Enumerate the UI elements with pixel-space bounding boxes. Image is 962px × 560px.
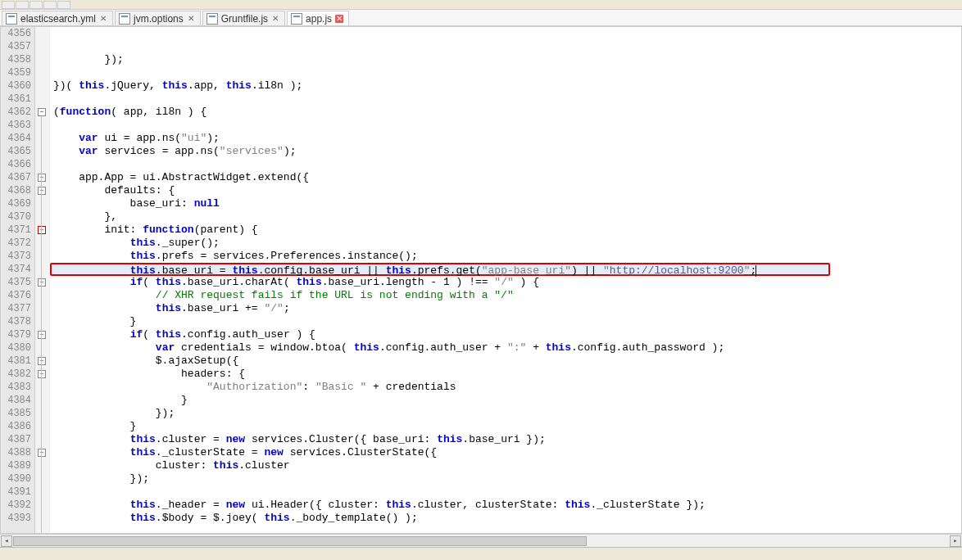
line-number: 4357 bbox=[1, 40, 31, 53]
line-number: 4360 bbox=[1, 79, 31, 93]
tab-gruntfile-js[interactable]: Gruntfile.js✕ bbox=[202, 11, 285, 25]
code-line[interactable]: $.ajaxSetup({ bbox=[50, 355, 961, 368]
code-line[interactable]: defaults: { bbox=[50, 184, 961, 197]
tab-jvm-options[interactable]: jvm.options✕ bbox=[115, 11, 201, 25]
code-line[interactable]: var services = app.ns("services"); bbox=[50, 145, 961, 158]
line-number: 4356 bbox=[1, 27, 31, 40]
fold-toggle[interactable]: − bbox=[38, 108, 46, 116]
scroll-right-button[interactable]: ▸ bbox=[950, 535, 961, 547]
file-icon bbox=[206, 13, 218, 25]
close-icon[interactable]: ✕ bbox=[271, 15, 279, 23]
tab-elasticsearch-yml[interactable]: elasticsearch.yml✕ bbox=[2, 11, 113, 25]
code-line[interactable]: this._clusterState = new services.Cluste… bbox=[50, 446, 961, 459]
fold-column[interactable]: −−−−−−−−− bbox=[35, 27, 50, 533]
line-number: 4380 bbox=[1, 341, 31, 355]
code-line[interactable]: this.$body = $.joey( this._body_template… bbox=[50, 512, 961, 525]
code-line[interactable]: init: function(parent) { bbox=[50, 224, 961, 237]
code-line[interactable]: cluster: this.cluster bbox=[50, 459, 961, 472]
code-line[interactable]: }); bbox=[50, 407, 961, 420]
code-view[interactable]: }); })( this.jQuery, this.app, this.il8n… bbox=[50, 27, 961, 533]
line-number: 4358 bbox=[1, 53, 31, 66]
line-number: 4389 bbox=[1, 459, 31, 472]
line-number: 4374 bbox=[1, 263, 31, 276]
code-line[interactable]: this._header = new ui.Header({ cluster: … bbox=[50, 499, 961, 512]
fold-guide bbox=[41, 182, 42, 534]
fold-toggle[interactable]: − bbox=[38, 187, 46, 195]
line-number: 4391 bbox=[1, 485, 31, 499]
fold-toggle[interactable]: − bbox=[38, 370, 46, 378]
code-line[interactable]: base_uri: null bbox=[50, 197, 961, 210]
code-line[interactable]: } bbox=[50, 420, 961, 433]
code-line[interactable]: "Authorization": "Basic " + credentials bbox=[50, 381, 961, 394]
code-line[interactable]: (function( app, il8n ) { bbox=[50, 106, 961, 119]
code-line[interactable]: this.base_uri += "/"; bbox=[50, 302, 961, 315]
main-toolbar bbox=[0, 0, 962, 10]
line-number: 4370 bbox=[1, 210, 31, 224]
line-number: 4375 bbox=[1, 276, 31, 289]
line-number: 4371 bbox=[1, 224, 31, 237]
close-icon[interactable]: ✕ bbox=[187, 15, 195, 23]
file-icon bbox=[6, 13, 17, 25]
code-line[interactable] bbox=[50, 40, 961, 53]
tab-label: Gruntfile.js bbox=[221, 13, 268, 25]
code-line[interactable] bbox=[50, 93, 961, 106]
horizontal-scrollbar[interactable]: ◂ ▸ bbox=[0, 534, 962, 547]
code-line[interactable]: this.base_uri = this.config.base_uri || … bbox=[50, 263, 830, 276]
fold-toggle[interactable]: − bbox=[38, 331, 46, 339]
code-line[interactable] bbox=[50, 119, 961, 132]
code-line[interactable]: var ui = app.ns("ui"); bbox=[50, 132, 961, 145]
code-line[interactable]: headers: { bbox=[50, 368, 961, 381]
code-line[interactable]: } bbox=[50, 394, 961, 407]
close-icon[interactable]: ✕ bbox=[99, 15, 107, 23]
code-line[interactable] bbox=[50, 66, 961, 79]
line-number: 4378 bbox=[1, 315, 31, 328]
line-number: 4393 bbox=[1, 512, 31, 525]
line-number: 4381 bbox=[1, 355, 31, 368]
line-number: 4369 bbox=[1, 197, 31, 210]
tab-app-js[interactable]: app.js✕ bbox=[287, 11, 349, 25]
file-icon bbox=[119, 13, 130, 25]
line-number: 4359 bbox=[1, 66, 31, 79]
code-line[interactable]: })( this.jQuery, this.app, this.il8n ); bbox=[50, 79, 961, 93]
toolbar-icon[interactable] bbox=[43, 1, 57, 9]
editor-area: 4356435743584359436043614362436343644365… bbox=[0, 26, 962, 534]
code-line[interactable] bbox=[50, 485, 961, 499]
line-number: 4366 bbox=[1, 158, 31, 171]
code-line[interactable]: } bbox=[50, 315, 961, 328]
close-icon[interactable]: ✕ bbox=[335, 15, 343, 23]
fold-toggle[interactable]: − bbox=[38, 278, 46, 287]
fold-toggle[interactable]: − bbox=[38, 226, 46, 234]
code-line[interactable]: this.prefs = services.Preferences.instan… bbox=[50, 250, 961, 263]
line-number: 4383 bbox=[1, 381, 31, 394]
toolbar-icon[interactable] bbox=[29, 1, 43, 9]
toolbar-icon[interactable] bbox=[16, 1, 29, 9]
code-line[interactable]: var credentials = window.btoa( this.conf… bbox=[50, 341, 961, 355]
line-number: 4387 bbox=[1, 433, 31, 446]
scroll-thumb[interactable] bbox=[13, 536, 587, 546]
scroll-left-button[interactable]: ◂ bbox=[1, 535, 12, 547]
line-number: 4377 bbox=[1, 302, 31, 315]
file-icon bbox=[291, 13, 302, 25]
code-line[interactable] bbox=[50, 27, 961, 40]
fold-toggle[interactable]: − bbox=[38, 174, 46, 182]
fold-toggle[interactable]: − bbox=[38, 449, 46, 457]
code-line[interactable]: this._super(); bbox=[50, 237, 961, 250]
line-number: 4367 bbox=[1, 171, 31, 184]
code-line[interactable]: }, bbox=[50, 210, 961, 224]
line-number: 4363 bbox=[1, 119, 31, 132]
code-line[interactable]: this.cluster = new services.Cluster({ ba… bbox=[50, 433, 961, 446]
code-line[interactable]: }); bbox=[50, 472, 961, 485]
code-line[interactable]: // XHR request fails if the URL is not e… bbox=[50, 289, 961, 302]
code-line[interactable] bbox=[50, 158, 961, 171]
code-line[interactable]: app.App = ui.AbstractWidget.extend({ bbox=[50, 171, 961, 184]
toolbar-icon[interactable] bbox=[2, 1, 15, 9]
line-number: 4361 bbox=[1, 93, 31, 106]
code-line[interactable]: }); bbox=[50, 53, 961, 66]
line-number-gutter: 4356435743584359436043614362436343644365… bbox=[1, 27, 35, 533]
fold-toggle[interactable]: − bbox=[38, 357, 46, 365]
line-number: 4392 bbox=[1, 499, 31, 512]
line-number: 4388 bbox=[1, 446, 31, 459]
toolbar-icon[interactable] bbox=[57, 1, 70, 9]
code-line[interactable]: if( this.config.auth_user ) { bbox=[50, 328, 961, 341]
code-line[interactable]: if( this.base_uri.charAt( this.base_uri.… bbox=[50, 276, 961, 289]
